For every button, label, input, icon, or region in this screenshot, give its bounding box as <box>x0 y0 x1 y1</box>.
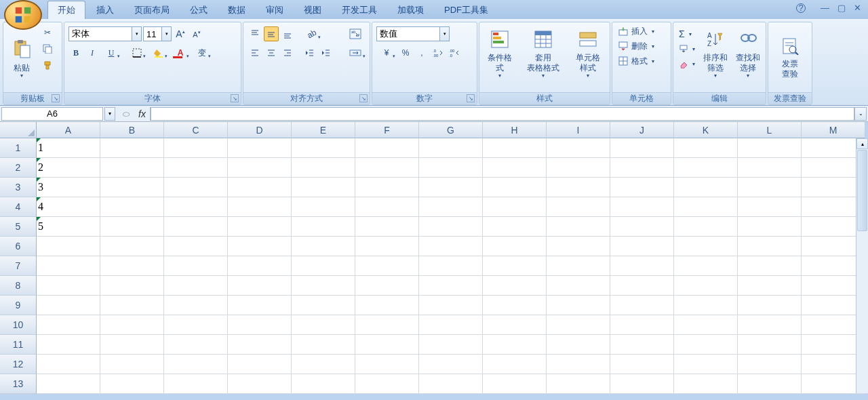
cell-L6[interactable] <box>738 237 802 256</box>
cell-E6[interactable] <box>292 237 355 256</box>
cell-A7[interactable] <box>37 256 100 276</box>
cell-J2[interactable] <box>610 158 674 178</box>
cell-I7[interactable] <box>547 256 610 276</box>
cell-J6[interactable] <box>610 237 674 256</box>
cell-F7[interactable] <box>355 256 419 276</box>
cell-D8[interactable] <box>228 276 292 296</box>
cell-F9[interactable] <box>355 296 419 315</box>
cell-D2[interactable] <box>228 158 292 178</box>
cell-L10[interactable] <box>738 315 802 335</box>
cell-E8[interactable] <box>292 276 355 296</box>
cell-F13[interactable] <box>355 374 419 394</box>
cell-F5[interactable] <box>355 217 419 237</box>
align-center-button[interactable] <box>264 45 279 60</box>
cell-F11[interactable] <box>355 335 419 355</box>
cell-A6[interactable] <box>37 237 100 256</box>
formula-expand-button[interactable]: ⌄ <box>854 107 867 121</box>
cell-B13[interactable] <box>100 374 164 394</box>
column-header-K[interactable]: K <box>674 122 738 138</box>
accounting-format-button[interactable]: ¥▾ <box>376 45 397 60</box>
cell-D3[interactable] <box>228 178 292 197</box>
cell-I5[interactable] <box>547 217 610 237</box>
cell-E5[interactable] <box>292 217 355 237</box>
cell-C6[interactable] <box>164 237 228 256</box>
cell-C9[interactable] <box>164 296 228 315</box>
cell-I2[interactable] <box>547 158 610 178</box>
cell-K7[interactable] <box>674 256 738 276</box>
cell-L3[interactable] <box>738 178 802 197</box>
cell-L13[interactable] <box>738 374 802 394</box>
scroll-thumb[interactable] <box>857 150 867 231</box>
align-top-button[interactable] <box>248 26 262 41</box>
insert-cells-button[interactable]: 插入▾ <box>615 24 668 39</box>
cell-H1[interactable] <box>483 138 547 158</box>
align-left-button[interactable] <box>248 45 262 60</box>
cell-styles-button[interactable]: 单元格 样式 ▾ <box>571 25 605 81</box>
cell-A1[interactable]: 1 <box>37 138 100 158</box>
font-color-button[interactable]: A▾ <box>170 45 191 60</box>
cell-B11[interactable] <box>100 335 164 355</box>
cell-K5[interactable] <box>674 217 738 237</box>
percent-button[interactable]: % <box>398 45 413 60</box>
clear-button[interactable]: ▾ <box>677 56 696 71</box>
cell-F4[interactable] <box>355 197 419 217</box>
tab-addin[interactable]: 加载项 <box>388 1 433 19</box>
cell-L11[interactable] <box>738 335 802 355</box>
cell-A9[interactable] <box>37 296 100 315</box>
insert-function-button[interactable]: fx <box>134 107 151 121</box>
cell-I11[interactable] <box>547 335 610 355</box>
row-header-5[interactable]: 5 <box>0 217 37 237</box>
tab-formula[interactable]: 公式 <box>180 1 217 19</box>
row-header-13[interactable]: 13 <box>0 374 37 394</box>
formula-input[interactable] <box>151 107 854 121</box>
fill-button[interactable]: ▾ <box>677 41 696 56</box>
row-header-8[interactable]: 8 <box>0 276 37 296</box>
cell-C7[interactable] <box>164 256 228 276</box>
cell-H7[interactable] <box>483 256 547 276</box>
cell-L1[interactable] <box>738 138 802 158</box>
invoice-check-button[interactable]: 发票 查验 <box>773 25 807 81</box>
align-middle-button[interactable] <box>264 26 279 41</box>
cell-G8[interactable] <box>419 276 483 296</box>
row-header-6[interactable]: 6 <box>0 237 37 256</box>
cut-button[interactable]: ✂ <box>40 25 55 40</box>
find-select-button[interactable]: 查找和 选择 ▾ <box>733 25 763 81</box>
cell-I1[interactable] <box>547 138 610 158</box>
column-header-J[interactable]: J <box>610 122 674 138</box>
decrease-decimal-button[interactable]: .00.0 <box>447 45 462 60</box>
cell-H6[interactable] <box>483 237 547 256</box>
comma-button[interactable]: , <box>414 45 429 60</box>
clipboard-launcher[interactable]: ↘ <box>52 94 60 102</box>
cell-E10[interactable] <box>292 315 355 335</box>
shrink-font-button[interactable]: A▾ <box>189 26 204 41</box>
cell-A11[interactable] <box>37 335 100 355</box>
align-bottom-button[interactable] <box>280 26 295 41</box>
column-header-H[interactable]: H <box>483 122 547 138</box>
cell-B1[interactable] <box>100 138 164 158</box>
cell-B7[interactable] <box>100 256 164 276</box>
cell-K9[interactable] <box>674 296 738 315</box>
cell-A10[interactable] <box>37 315 100 335</box>
cell-K13[interactable] <box>674 374 738 394</box>
cell-B5[interactable] <box>100 217 164 237</box>
cell-D5[interactable] <box>228 217 292 237</box>
cell-A13[interactable] <box>37 374 100 394</box>
align-right-button[interactable] <box>280 45 295 60</box>
row-header-1[interactable]: 1 <box>0 138 37 158</box>
cell-C13[interactable] <box>164 374 228 394</box>
cell-H10[interactable] <box>483 315 547 335</box>
cell-K11[interactable] <box>674 335 738 355</box>
cell-F6[interactable] <box>355 237 419 256</box>
cell-E9[interactable] <box>292 296 355 315</box>
underline-button[interactable]: U▾ <box>101 45 121 60</box>
row-header-12[interactable]: 12 <box>0 355 37 374</box>
cell-D13[interactable] <box>228 374 292 394</box>
column-header-I[interactable]: I <box>547 122 610 138</box>
cell-A3[interactable]: 3 <box>37 178 100 197</box>
cell-L8[interactable] <box>738 276 802 296</box>
cell-L7[interactable] <box>738 256 802 276</box>
column-header-D[interactable]: D <box>228 122 292 138</box>
number-launcher[interactable]: ↘ <box>467 94 475 102</box>
cell-G3[interactable] <box>419 178 483 197</box>
cell-G1[interactable] <box>419 138 483 158</box>
